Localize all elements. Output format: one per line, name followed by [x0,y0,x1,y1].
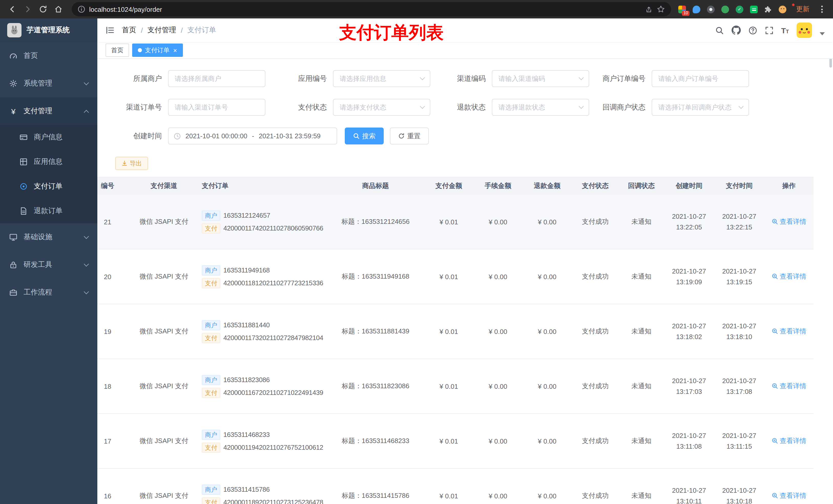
extension-chat-icon[interactable] [750,5,758,13]
chevron-down-icon [84,80,89,85]
bookmark-star-icon[interactable] [657,5,665,13]
url-text[interactable]: localhost:1024/pay/order [89,5,641,13]
tab-pay-order[interactable]: 支付订单 × [132,44,183,57]
filter-label: 所属商户 [104,74,168,83]
view-detail-label: 查看详情 [780,382,806,391]
sidebar-item-label: 退款订单 [34,207,63,216]
reset-button[interactable]: 重置 [390,127,429,144]
view-detail-label: 查看详情 [780,217,806,226]
pay-tag: 支付 [202,387,220,398]
cell-create-time: 2021-10-2713:19:09 [664,266,714,288]
cell-actions: 查看详情 [764,491,813,501]
merchant-tag: 商户 [202,210,220,220]
cell-notify: 未通知 [619,436,664,446]
pay-status-select[interactable] [333,99,430,116]
browser-back-button[interactable] [5,3,20,16]
app-select[interactable] [333,70,430,87]
breadcrumb-home[interactable]: 首页 [122,26,136,35]
filter-label: 渠道编码 [447,74,492,83]
refund-status-select[interactable] [492,99,589,116]
browser-toolbar: localhost:1024/pay/order 10 ✓ 更新 [0,0,833,19]
tab-label: 首页 [111,46,123,54]
cell-title: 标题：1635311415786 [327,491,424,500]
view-detail-link[interactable]: 查看详情 [771,217,806,226]
site-info-icon[interactable] [78,6,85,13]
cell-notify: 未通知 [619,327,664,336]
browser-update-button[interactable]: 更新 [793,4,812,15]
extension-dark-icon[interactable] [707,5,715,13]
extension-colorful-icon[interactable]: 10 [678,5,686,13]
extensions-puzzle-icon[interactable] [764,5,772,13]
column-header: 编号 [97,181,132,190]
tab-home[interactable]: 首页 [105,44,129,57]
sidebar-item-label: 工作流程 [24,288,52,297]
date-end: 2021-10-31 23:59:59 [259,132,320,140]
fullscreen-icon[interactable] [765,26,773,34]
channel-code-select[interactable] [492,70,589,87]
pay-tag: 支付 [202,442,220,453]
cell-channel: 微信 JSAPI 支付 [132,327,196,336]
sidebar-item-refund-order[interactable]: 退款订单 [0,199,97,223]
cell-fee: ¥ 0.00 [473,218,523,225]
sidebar-item-merchant-info[interactable]: 商户信息 [0,125,97,149]
breadcrumb-pay[interactable]: 支付管理 [147,26,176,35]
share-icon[interactable] [645,5,653,13]
cell-create-time: 2021-10-2713:11:08 [664,430,714,452]
avatar-dropdown-caret[interactable] [820,32,825,35]
cell-title: 标题：1635311949168 [327,272,424,281]
browser-refresh-button[interactable] [36,3,50,16]
view-detail-link[interactable]: 查看详情 [771,491,806,500]
cell-id: 18 [97,382,132,390]
sidebar-item-infra[interactable]: 基础设施 [0,223,97,251]
cell-fee: ¥ 0.00 [473,328,523,335]
cell-notify: 未通知 [619,217,664,226]
document-icon [20,207,28,215]
browser-home-button[interactable] [51,3,66,16]
extension-check-icon[interactable]: ✓ [736,5,743,13]
user-avatar[interactable] [796,23,812,38]
font-size-icon[interactable]: TT [781,26,789,34]
briefcase-icon [9,288,18,296]
extension-drop-icon[interactable] [693,5,700,13]
view-detail-link[interactable]: 查看详情 [771,272,806,281]
sidebar-item-home[interactable]: 首页 [0,42,97,70]
dashboard-icon [9,52,18,60]
create-time-range-picker[interactable]: 2021-10-01 00:00:00 - 2021-10-31 23:59:5… [168,127,337,144]
extension-green-icon[interactable] [721,5,729,13]
cell-notify: 未通知 [619,382,664,391]
cell-pay-order: 商户 1635311415786 支付 42000011892021102731… [196,482,327,504]
sidebar-item-pay-order[interactable]: 支付订单 [0,174,97,199]
browser-profile-avatar[interactable] [779,5,786,13]
github-icon[interactable] [731,26,740,35]
cell-refund: ¥ 0.00 [523,273,572,281]
view-detail-link[interactable]: 查看详情 [771,436,806,446]
view-detail-link[interactable]: 查看详情 [771,327,806,336]
view-detail-link[interactable]: 查看详情 [771,382,806,391]
search-icon[interactable] [715,26,723,34]
cell-refund: ¥ 0.00 [523,492,572,500]
browser-menu-icon[interactable] [819,6,825,13]
channel-order-no-input[interactable] [168,99,265,116]
screen: localhost:1024/pay/order 10 ✓ 更新 [0,0,833,504]
tab-close-icon[interactable]: × [173,47,177,53]
sidebar-item-system[interactable]: 系统管理 [0,70,97,97]
chevron-down-icon [84,262,89,267]
sidebar-item-devtools[interactable]: 研发工具 [0,251,97,279]
sidebar-collapse-icon[interactable] [105,26,115,35]
export-button[interactable]: 导出 [115,157,148,170]
help-icon[interactable] [748,26,757,34]
column-header: 操作 [764,181,813,190]
sidebar-item-app-info[interactable]: 应用信息 [0,149,97,174]
app-logo: 芋道管理系统 [0,19,97,42]
notify-status-select[interactable] [652,99,749,116]
sidebar-item-workflow[interactable]: 工作流程 [0,279,97,306]
merchant-input[interactable] [168,70,265,87]
table-body: 21 微信 JSAPI 支付 商户 1635312124657 支付 42000… [97,195,813,504]
sidebar-item-pay[interactable]: ¥ 支付管理 [0,97,97,125]
search-button[interactable]: 搜索 [345,127,384,144]
cell-id: 20 [97,273,132,281]
merchant-order-no-input[interactable] [652,70,749,87]
browser-forward-button[interactable] [21,3,35,16]
address-bar[interactable]: localhost:1024/pay/order [72,2,671,16]
active-tab-dot [138,48,142,52]
